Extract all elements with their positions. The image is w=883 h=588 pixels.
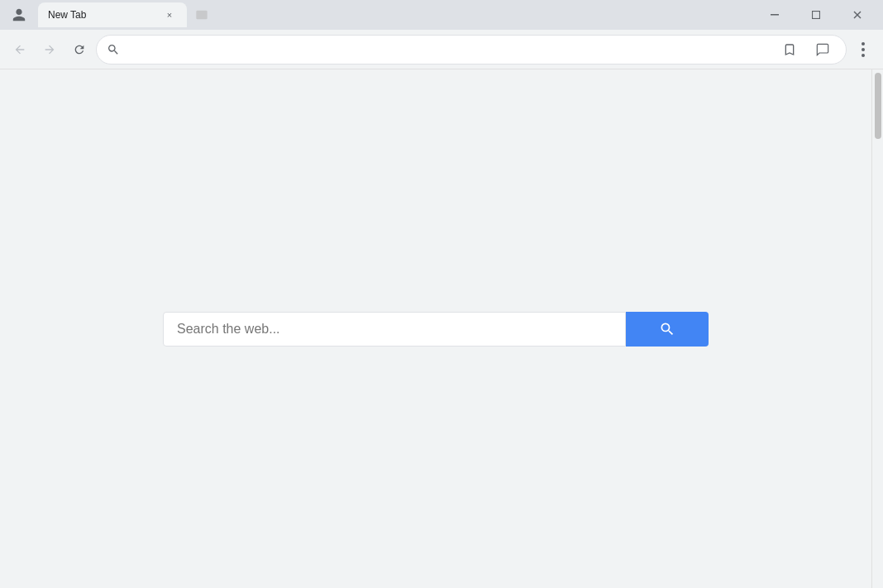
profile-button[interactable] xyxy=(7,2,31,27)
toolbar xyxy=(0,30,883,69)
address-input[interactable] xyxy=(126,43,770,56)
search-container xyxy=(163,312,709,347)
title-bar: New Tab × xyxy=(0,0,883,30)
content-area xyxy=(0,69,871,588)
forward-button[interactable] xyxy=(36,36,63,63)
maximize-button[interactable] xyxy=(797,2,835,27)
svg-point-5 xyxy=(862,42,865,45)
minimize-button[interactable] xyxy=(756,2,794,27)
svg-point-6 xyxy=(862,48,865,51)
bookmark-button[interactable] xyxy=(776,36,803,63)
tab-close-button[interactable]: × xyxy=(162,7,177,22)
search-icon xyxy=(659,321,675,337)
address-search-icon xyxy=(107,43,120,56)
svg-rect-1 xyxy=(771,14,779,16)
new-tab-button[interactable] xyxy=(190,3,213,26)
search-button[interactable] xyxy=(626,312,709,347)
back-button[interactable] xyxy=(7,36,33,63)
svg-rect-0 xyxy=(196,11,207,20)
browser-body xyxy=(0,69,883,588)
active-tab[interactable]: New Tab × xyxy=(38,2,187,27)
search-input[interactable] xyxy=(163,312,626,347)
tab-title: New Tab xyxy=(48,9,155,21)
scrollbar-thumb[interactable] xyxy=(875,73,881,139)
scrollbar[interactable] xyxy=(871,69,883,588)
close-button[interactable] xyxy=(838,2,876,27)
svg-rect-2 xyxy=(813,12,820,19)
address-bar-container[interactable] xyxy=(96,35,847,65)
svg-point-7 xyxy=(862,54,865,57)
reload-button[interactable] xyxy=(66,36,93,63)
window-controls xyxy=(756,2,876,27)
reading-list-button[interactable] xyxy=(809,36,836,63)
tabs-container: New Tab × xyxy=(7,2,213,27)
more-menu-button[interactable] xyxy=(850,36,876,63)
